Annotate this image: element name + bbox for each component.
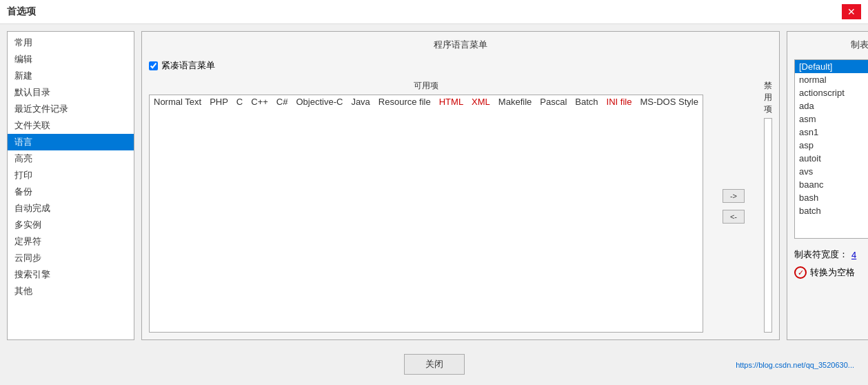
sidebar-item[interactable]: 备份 xyxy=(8,184,134,200)
compact-menu-label: 紧凑语言菜单 xyxy=(161,59,215,72)
sidebar-item[interactable]: 定界符 xyxy=(8,233,134,250)
arrow-buttons: -> <- xyxy=(717,80,750,333)
sidebar: 常用编辑新建默认目录最近文件记录文件关联语言高亮打印备份自动完成多实例定界符云同… xyxy=(7,31,134,340)
list-item[interactable]: Resource file xyxy=(374,95,435,332)
sidebar-item[interactable]: 默认目录 xyxy=(8,84,134,101)
tab-settings-list[interactable]: [Default]normalactionscriptadaasmasn1asp… xyxy=(794,59,868,239)
right-list-item[interactable]: asn1 xyxy=(795,126,868,139)
sidebar-item[interactable]: 语言 xyxy=(8,134,134,150)
convert-label: 转换为空格 xyxy=(810,266,855,279)
right-list-item[interactable]: avs xyxy=(795,165,868,178)
footer-link: https://blog.csdn.net/qq_3520630... xyxy=(736,361,854,369)
list-item[interactable]: Batch xyxy=(571,95,602,332)
list-item[interactable]: INI file xyxy=(603,95,636,332)
list-item[interactable]: HTML xyxy=(435,95,467,332)
convert-row: 转换为空格 xyxy=(794,266,868,279)
right-list-item[interactable]: autoit xyxy=(795,152,868,165)
sidebar-item[interactable]: 最近文件记录 xyxy=(8,101,134,117)
list-item[interactable]: Objective-C xyxy=(292,95,347,332)
sidebar-item[interactable]: 编辑 xyxy=(8,51,134,68)
sidebar-item[interactable]: 常用 xyxy=(8,34,134,51)
list-item[interactable]: C# xyxy=(272,95,292,332)
lists-row: 可用项 Normal TextPHPCC++C#Objective-CJavaR… xyxy=(149,80,772,333)
right-list-item[interactable]: normal xyxy=(795,73,868,86)
center-panel-title: 程序语言菜单 xyxy=(149,39,772,51)
tab-width-label: 制表符宽度： xyxy=(794,248,848,261)
sidebar-item[interactable]: 多实例 xyxy=(8,217,134,233)
right-panel-title: 制表符设置 xyxy=(794,39,868,51)
disabled-list[interactable] xyxy=(764,118,772,333)
sidebar-item[interactable]: 云同步 xyxy=(8,250,134,266)
close-dialog-button[interactable]: 关闭 xyxy=(404,354,465,375)
tab-settings-list-wrapper: [Default]normalactionscriptadaasmasn1asp… xyxy=(794,59,868,239)
title-text: 首选项 xyxy=(7,6,36,18)
list-item[interactable]: Java xyxy=(347,95,374,332)
right-panel: 制表符设置 [Default]normalactionscriptadaasma… xyxy=(787,31,868,340)
right-list-item[interactable]: ada xyxy=(795,99,868,112)
sidebar-item[interactable]: 搜索引擎 xyxy=(8,266,134,283)
compact-menu-checkbox[interactable] xyxy=(149,61,158,70)
convert-checkbox-icon[interactable] xyxy=(794,266,807,279)
list-item[interactable]: MS-DOS Style xyxy=(636,95,703,332)
list-item[interactable]: Pascal xyxy=(536,95,571,332)
disabled-label: 禁用项 xyxy=(764,80,772,115)
sidebar-item[interactable]: 其他 xyxy=(8,283,134,299)
available-section: 可用项 Normal TextPHPCC++C#Objective-CJavaR… xyxy=(149,80,703,333)
available-list[interactable]: Normal TextPHPCC++C#Objective-CJavaResou… xyxy=(149,95,703,333)
list-item[interactable]: PHP xyxy=(205,95,232,332)
right-list-item[interactable]: [Default] xyxy=(795,60,868,73)
compact-menu-row: 紧凑语言菜单 xyxy=(149,59,772,72)
right-list-item[interactable]: batch xyxy=(795,204,868,217)
disabled-section: 禁用项 xyxy=(764,80,772,333)
tab-width-row: 制表符宽度： 4 xyxy=(794,248,868,261)
window-close-button[interactable]: ✕ xyxy=(842,4,861,19)
right-list-item[interactable]: asp xyxy=(795,139,868,152)
list-item[interactable]: C xyxy=(232,95,247,332)
move-left-button[interactable]: <- xyxy=(723,210,745,224)
sidebar-item[interactable]: 自动完成 xyxy=(8,200,134,217)
sidebar-item[interactable]: 打印 xyxy=(8,167,134,184)
title-bar: 首选项 ✕ xyxy=(0,0,868,24)
right-list-item[interactable]: asm xyxy=(795,112,868,126)
list-item[interactable]: XML xyxy=(467,95,494,332)
move-right-button[interactable]: -> xyxy=(723,189,745,203)
center-panel: 程序语言菜单 紧凑语言菜单 可用项 Normal TextPHPCC++C#Ob… xyxy=(141,31,780,340)
list-item[interactable]: Makefile xyxy=(494,95,536,332)
sidebar-item[interactable]: 高亮 xyxy=(8,150,134,167)
main-content: 常用编辑新建默认目录最近文件记录文件关联语言高亮打印备份自动完成多实例定界符云同… xyxy=(0,24,868,347)
sidebar-item[interactable]: 文件关联 xyxy=(8,117,134,134)
tab-width-value[interactable]: 4 xyxy=(851,250,856,260)
list-item[interactable]: C++ xyxy=(247,95,272,332)
sidebar-item[interactable]: 新建 xyxy=(8,68,134,84)
right-list-item[interactable]: bash xyxy=(795,191,868,204)
right-list-item[interactable]: baanc xyxy=(795,178,868,191)
available-label: 可用项 xyxy=(414,80,438,92)
right-list-item[interactable]: actionscript xyxy=(795,86,868,99)
list-item[interactable]: Normal Text xyxy=(150,95,205,332)
footer: 关闭 https://blog.csdn.net/qq_3520630... xyxy=(0,347,868,382)
